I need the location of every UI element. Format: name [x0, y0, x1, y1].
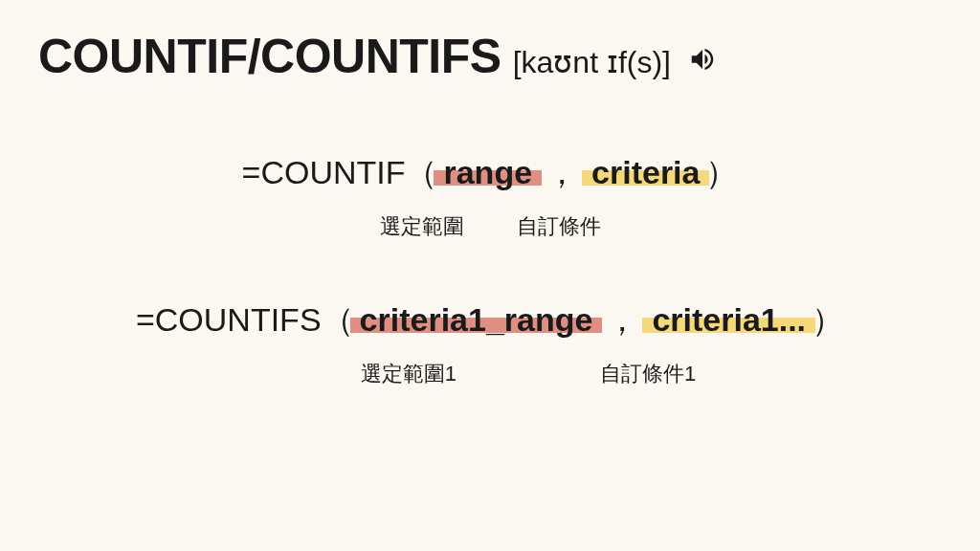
page-title: COUNTIF/COUNTIFS [38, 29, 501, 84]
paren-open: （ [322, 301, 354, 338]
arg-criteria1: criteria1... [646, 301, 812, 339]
note-range1: 選定範圍1 [361, 360, 457, 388]
equals-sign: = [136, 301, 155, 338]
note-criteria: 自訂條件 [517, 212, 601, 241]
paren-close: ） [812, 301, 844, 338]
formula-line-1: =COUNTIF（range，criteria） [242, 151, 739, 195]
title-header: COUNTIF/COUNTIFS [kaʊnt ɪf(s)] [38, 29, 942, 84]
paren-open: （ [405, 154, 437, 190]
comma-sep: ， [546, 154, 578, 190]
arg-criteria1-range: criteria1_range [354, 301, 599, 339]
annotations-2: 選定範圍1 自訂條件1 [38, 360, 942, 388]
comma-sep: ， [606, 301, 638, 338]
note-range: 選定範圍 [380, 212, 464, 241]
equals-sign: = [242, 154, 261, 190]
arg-criteria: criteria [586, 154, 705, 191]
annotations-1: 選定範圍 自訂條件 [38, 212, 942, 241]
function-name: COUNTIFS [155, 301, 322, 338]
formula-line-2: =COUNTIFS（criteria1_range，criteria1...） [136, 298, 844, 342]
speaker-icon[interactable] [688, 45, 717, 74]
paren-close: ） [705, 154, 738, 190]
formula-countifs: =COUNTIFS（criteria1_range，criteria1...） … [38, 298, 942, 388]
note-criteria1: 自訂條件1 [600, 360, 696, 388]
pronunciation-text: [kaʊnt ɪf(s)] [513, 44, 671, 80]
arg-range: range [437, 154, 538, 191]
function-name: COUNTIF [260, 154, 405, 190]
formula-countif: =COUNTIF（range，criteria） 選定範圍 自訂條件 [38, 151, 942, 241]
